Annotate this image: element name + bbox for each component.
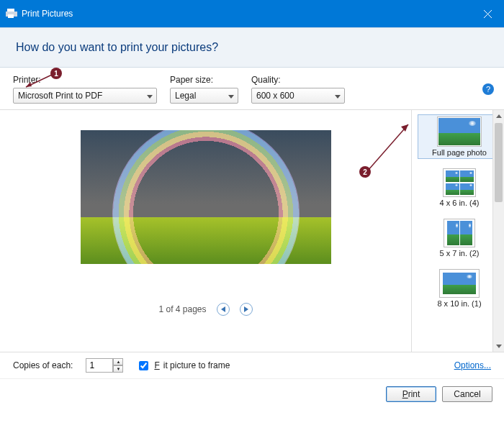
annotation-badge-1: 1 [50, 68, 62, 79]
pager-row: 1 of 4 pages [158, 303, 252, 316]
printer-combobox[interactable]: Microsoft Print to PDF [13, 88, 157, 104]
chevron-down-icon [147, 91, 153, 101]
layout-full-page[interactable]: Full page photo [418, 114, 501, 159]
next-page-button[interactable] [240, 303, 253, 316]
printer-value: Microsoft Print to PDF [18, 91, 102, 101]
prev-page-button[interactable] [217, 303, 230, 316]
chevron-left-icon [221, 306, 225, 312]
scroll-up-button[interactable] [493, 110, 504, 122]
fit-to-frame-checkbox[interactable]: Fit picture to frame [136, 359, 230, 373]
copies-input[interactable] [86, 358, 113, 373]
chevron-down-icon [228, 91, 234, 101]
print-options-row: Printer: Microsoft Print to PDF Paper si… [0, 68, 504, 109]
copies-down-button[interactable]: ▼ [113, 365, 123, 373]
preview-image [81, 130, 331, 264]
print-button[interactable]: Print [386, 386, 436, 402]
layout-4x6[interactable]: 4 x 6 in. (4) [418, 166, 501, 209]
svg-marker-12 [221, 306, 225, 312]
paper-size-value: Legal [175, 91, 196, 101]
copies-spinner[interactable]: ▲ ▼ [86, 358, 123, 373]
layout-label: 8 x 10 in. (1) [437, 299, 481, 308]
svg-marker-15 [496, 345, 502, 348]
copies-up-button[interactable]: ▲ [113, 358, 123, 365]
preview-pane: 2 1 of 4 pages [0, 110, 411, 352]
fit-to-frame-input[interactable] [139, 361, 148, 370]
options-link[interactable]: Options... [454, 360, 491, 370]
svg-marker-7 [335, 95, 341, 99]
svg-line-10 [368, 124, 408, 170]
quality-value: 600 x 600 [256, 91, 294, 101]
scrollbar[interactable] [492, 110, 504, 352]
close-icon [484, 10, 492, 18]
rainbow-graphic [112, 130, 300, 264]
close-button[interactable] [471, 0, 504, 27]
svg-rect-0 [7, 9, 14, 12]
paper-size-combobox[interactable]: Legal [170, 88, 238, 104]
layout-label: 5 x 7 in. (2) [439, 249, 479, 257]
question-header: How do you want to print your pictures? [0, 27, 504, 68]
copies-label: Copies of each: [13, 360, 73, 370]
pager-text: 1 of 4 pages [158, 304, 206, 314]
svg-rect-2 [8, 14, 14, 18]
main-area: 2 1 of 4 pages Full page photo [0, 109, 504, 352]
annotation-badge-2: 2 [359, 166, 371, 178]
layout-8x10[interactable]: 8 x 10 in. (1) [418, 267, 501, 310]
help-icon[interactable]: ? [482, 83, 494, 95]
layout-label: Full page photo [432, 148, 487, 157]
svg-marker-14 [496, 114, 502, 118]
fit-label-rest: it picture to frame [163, 360, 230, 370]
chevron-right-icon [244, 306, 248, 312]
dialog-buttons: Print Cancel [0, 379, 504, 402]
chevron-up-icon [496, 114, 502, 118]
layout-pane: Full page photo 4 x 6 in. (4) 5 x 7 in. … [411, 110, 504, 352]
svg-marker-11 [401, 124, 408, 132]
paper-size-label: Paper size: [170, 75, 238, 85]
layout-label: 4 x 6 in. (4) [439, 199, 479, 207]
scroll-down-button[interactable] [493, 340, 504, 352]
question-text: How do you want to print your pictures? [16, 41, 218, 53]
chevron-down-icon [335, 91, 341, 101]
quality-label: Quality: [251, 75, 345, 85]
scroll-thumb[interactable] [495, 123, 503, 202]
title-bar: Print Pictures [0, 0, 504, 27]
window-title: Print Pictures [22, 9, 73, 19]
chevron-down-icon [496, 345, 502, 348]
svg-marker-6 [228, 95, 234, 99]
layout-list[interactable]: Full page photo 4 x 6 in. (4) 5 x 7 in. … [412, 110, 504, 352]
cancel-button[interactable]: Cancel [442, 386, 492, 402]
copies-row: Copies of each: ▲ ▼ Fit picture to frame… [0, 352, 504, 379]
svg-marker-5 [147, 95, 153, 99]
svg-marker-13 [244, 306, 248, 312]
printer-icon [6, 9, 17, 19]
printer-label: Printer: [13, 75, 157, 85]
quality-combobox[interactable]: 600 x 600 [251, 88, 345, 104]
layout-5x7[interactable]: 5 x 7 in. (2) [418, 216, 501, 260]
